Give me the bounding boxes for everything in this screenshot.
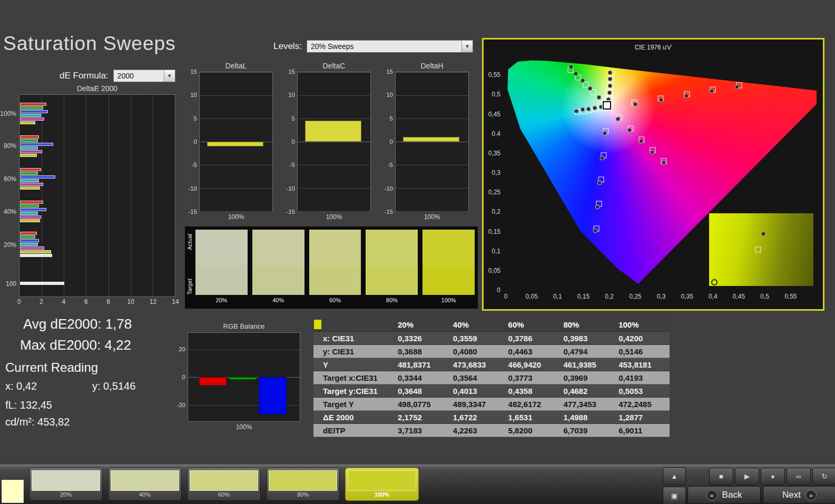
x-axis-tick-label: 10 [127,298,134,305]
cell-value: 0,3969 [559,373,614,382]
chart-title: DeltaC [297,62,371,72]
continuous-button[interactable]: ∞ [787,468,811,485]
x-axis-tick-label: 0,15 [577,293,590,300]
gridline [64,95,64,297]
cell-value: 0,3564 [449,373,504,382]
y-axis-tick-label: 0,05 [488,267,500,274]
current-cd-value: cd/m²: 453,82 [5,416,70,428]
measurement-marker-cyan [574,108,578,113]
de-formula-dropdown[interactable]: 2000 ▼ [113,70,175,82]
cell-value: 0,5146 [614,347,670,356]
gridline [396,72,468,73]
target-swatch [252,265,304,295]
bar [20,208,46,211]
swatch-columns: 20%40%60%80%100% [194,226,478,309]
y-axis-tick-label: -20 [176,402,185,408]
y-axis: 200-20 [174,332,188,422]
zoom-inset [709,213,813,286]
table-body: x: CIE310,33260,35590,37860,39830,4200y:… [313,332,670,437]
x-axis-label: 100% [199,212,273,222]
patch-swatch [32,470,100,491]
actual-swatch [195,230,248,265]
measurement-marker-yellow [607,77,612,82]
row-label: x: CIE31 [313,334,394,343]
row-label: dEITP [313,426,394,435]
bar [20,110,48,113]
x-axis-tick-label: 0,25 [629,293,641,300]
gridline [86,95,86,297]
bar-blue [259,377,286,414]
gridline [109,95,109,297]
current-x-value: x: 0,42 [5,380,37,392]
column-header: 40% [449,320,504,329]
gridline [131,95,131,297]
selection-marker [314,320,321,329]
gridline [200,118,272,119]
bar [20,117,44,121]
x-axis-tick-label: 0 [17,298,21,305]
app-window: Saturation Sweeps dE Formula: 2000 ▼ Lev… [0,0,835,504]
record-icon: ● [771,472,775,480]
cell-value: 2,1752 [394,413,449,422]
y-axis-tick-label: 0 [292,139,295,145]
record-button[interactable]: ● [761,468,785,485]
cell-value: 0,3559 [449,334,504,343]
gridline [298,118,370,119]
table-row: x: CIE310,33260,35590,37860,39830,4200 [313,332,670,345]
y-axis-tick-label: 10 [386,92,393,98]
patch-label: 60% [189,491,259,499]
measurement-marker-magenta [638,139,643,143]
measurement-marker-blue [595,204,600,209]
measurement-marker-red [710,89,714,94]
patch-button-60%[interactable]: 60% [187,468,261,501]
current-fl-value: fL: 132,45 [5,399,52,411]
refresh-button[interactable]: ↻ [812,468,835,485]
measurement-marker-blue [597,180,602,185]
patch-button-80%[interactable]: 80% [266,468,340,501]
swatch-label: 60% [309,295,361,308]
actual-swatch [252,230,304,265]
next-button[interactable]: Next » [763,486,835,504]
column-header: 20% [394,320,449,329]
x-axis-tick-label: 0,35 [681,293,693,300]
cell-value: 477,3453 [559,400,614,409]
chart-title: RGB Balance [188,322,300,332]
gridline [298,72,370,73]
x-axis: 02468101214 [19,297,175,307]
cell-value: 498,0775 [394,400,449,409]
gridline [396,118,468,119]
y-axis-tick-label: -5 [192,162,197,168]
x-axis-tick-label: 0,3 [657,293,666,300]
eject-button[interactable]: ▲ [663,467,686,485]
stop-button[interactable]: ■ [709,468,733,485]
current-patch-preview [2,480,24,503]
patch-label: 80% [268,491,338,499]
cell-value: 1,2877 [614,413,670,422]
patch-button-20%[interactable]: 20% [29,468,103,501]
gridline [396,95,468,96]
table-row: y: CIE310,36880,40800,44630,47940,5146 [313,345,670,358]
back-button[interactable]: « Back [687,486,761,504]
pattern-window-button[interactable]: ▣ [663,487,686,504]
levels-dropdown[interactable]: 20% Sweeps ▼ [307,40,473,53]
measurement-marker-magenta [650,150,655,154]
patch-button-40%[interactable]: 40% [108,468,182,501]
back-icon: « [706,490,718,501]
play-button[interactable]: ▶ [735,468,759,485]
row-label: Target x:CIE31 [313,373,394,382]
gridline [298,211,370,212]
bar [20,103,46,106]
swatch-label: 80% [366,295,418,308]
bar [20,246,44,250]
x-axis-tick-label: 0,45 [733,293,745,300]
row-label: ΔE 2000 [313,413,394,422]
patch-button-100%[interactable]: 100% [345,468,419,501]
measurement-marker-blue [593,229,598,233]
cell-value: 0,3773 [504,373,559,382]
delta-c-chart: DeltaC 151050-5-10-15 100% [283,62,371,222]
measurement-marker-red [734,85,739,90]
pattern-window-icon: ▣ [671,492,677,500]
x-axis-tick-label: 0,5 [760,293,769,300]
measurement-marker-cyan [586,106,591,111]
gridline [298,165,370,165]
